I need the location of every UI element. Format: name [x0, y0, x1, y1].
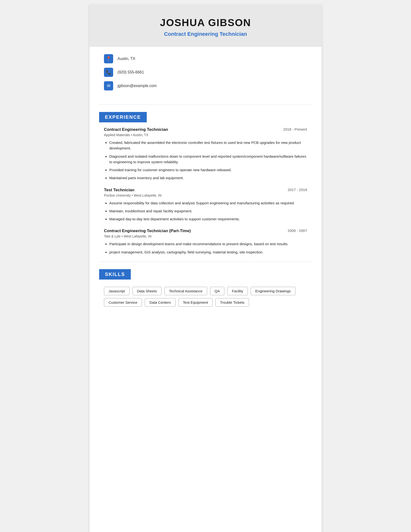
- contact-email: ✉ jgibson@example.com: [104, 81, 307, 90]
- contact-section: 📍 Austin, TX 📞 (920) 555-6661 ✉ jgibson@…: [89, 47, 322, 102]
- job-bullets-3: Participate in design development teams …: [104, 241, 307, 255]
- job-bullets-1: Created, fabricated the assembled the el…: [104, 140, 307, 181]
- location-text: Austin, TX: [118, 57, 135, 61]
- job-company-1: Applied Materials • Austin, TX: [104, 133, 307, 137]
- skills-section: Javascript Data Sheets Technical Assista…: [89, 287, 322, 316]
- phone-icon: 📞: [104, 68, 113, 77]
- bullet-item: Maintained parts inventory and lab equip…: [109, 175, 307, 181]
- experience-header-wrapper: EXPERIENCE: [89, 107, 322, 127]
- bullet-item: Provided training for customer engineers…: [109, 167, 307, 173]
- bullet-item: Maintain, troubleshoot and repair facili…: [109, 208, 307, 214]
- job-bullets-2: Assume responsibility for data collectio…: [104, 200, 307, 222]
- experience-section: Contract Engineering Technician 2018 - P…: [89, 127, 322, 255]
- job-dates-2: 2017 - 2018: [288, 188, 307, 192]
- skills-header-wrapper: SKILLS: [89, 264, 322, 284]
- job-title-1: Contract Engineering Technician: [104, 127, 168, 132]
- header-section: JOSHUA GIBSON Contract Engineering Techn…: [89, 5, 322, 47]
- location-icon: 📍: [104, 54, 113, 63]
- skill-tag-facility: Facility: [227, 287, 248, 295]
- job-block-2: Test Technician 2017 - 2018 Purdue Unive…: [104, 188, 307, 222]
- skill-tag-customer-service: Customer Service: [104, 298, 142, 307]
- skill-tag-javascript: Javascript: [104, 287, 130, 295]
- resume-container: JOSHUA GIBSON Contract Engineering Techn…: [89, 5, 322, 532]
- skills-tags-container: Javascript Data Sheets Technical Assista…: [104, 287, 307, 307]
- skill-tag-technical-assistance: Technical Assistance: [164, 287, 207, 295]
- bullet-item: project management, GIS analysis, cartog…: [109, 249, 307, 255]
- skill-tag-data-sheets: Data Sheets: [132, 287, 162, 295]
- candidate-title: Contract Engineering Technician: [99, 31, 312, 37]
- skill-tag-trouble-tickets: Trouble Tickets: [215, 298, 249, 307]
- bullet-item: Participate in design development teams …: [109, 241, 307, 247]
- job-company-3: Tate & Lyle • West Lafayette, IN: [104, 234, 307, 238]
- job-dates-3: 2006 - 2007: [288, 228, 307, 233]
- job-title-2: Test Technician: [104, 188, 134, 192]
- skill-tag-test-equipment: Test Equipment: [178, 298, 213, 307]
- email-text: jgibson@example.com: [118, 84, 157, 88]
- job-header-2: Test Technician 2017 - 2018: [104, 188, 307, 192]
- skills-section-label: SKILLS: [99, 269, 131, 280]
- job-title-3: Contract Engineering Technician (Part-Ti…: [104, 228, 191, 233]
- divider-2: [99, 262, 312, 262]
- contact-phone: 📞 (920) 555-6661: [104, 68, 307, 77]
- bullet-item: Diagnosed and isolated malfunctions down…: [109, 153, 307, 165]
- job-block-3: Contract Engineering Technician (Part-Ti…: [104, 228, 307, 255]
- job-header-3: Contract Engineering Technician (Part-Ti…: [104, 228, 307, 233]
- divider-1: [99, 104, 312, 105]
- job-block-1: Contract Engineering Technician 2018 - P…: [104, 127, 307, 181]
- bullet-item: Managed day-to-day test department activ…: [109, 216, 307, 222]
- job-header-1: Contract Engineering Technician 2018 - P…: [104, 127, 307, 132]
- candidate-name: JOSHUA GIBSON: [99, 17, 312, 28]
- experience-section-label: EXPERIENCE: [99, 112, 147, 122]
- job-dates-1: 2018 - Present: [283, 127, 307, 131]
- skill-tag-qa: QA: [210, 287, 224, 295]
- bullet-item: Assume responsibility for data collectio…: [109, 200, 307, 206]
- contact-location: 📍 Austin, TX: [104, 54, 307, 63]
- phone-text: (920) 555-6661: [118, 70, 144, 75]
- job-company-2: Purdue University • West Lafayette, IN: [104, 193, 307, 197]
- skill-tag-data-centers: Data Centers: [145, 298, 175, 307]
- bullet-item: Created, fabricated the assembled the el…: [109, 140, 307, 151]
- email-icon: ✉: [104, 81, 113, 90]
- skill-tag-engineering-drawings: Engineering Drawings: [251, 287, 295, 295]
